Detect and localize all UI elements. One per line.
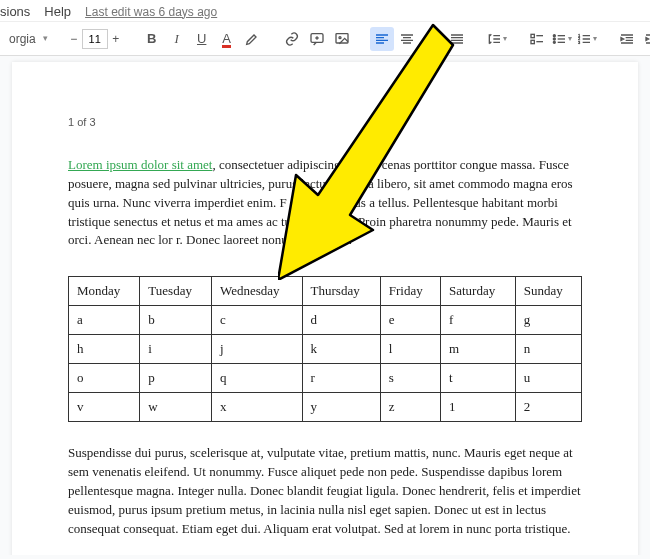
table-cell[interactable]: k xyxy=(302,335,380,364)
table-cell[interactable]: Sunday xyxy=(515,277,581,306)
bold-button[interactable]: B xyxy=(140,27,164,51)
paragraph-1[interactable]: Lorem ipsum dolor sit amet, consectetuer… xyxy=(68,156,582,250)
table-row[interactable]: abcdefg xyxy=(69,306,582,335)
table-cell[interactable]: q xyxy=(211,364,302,393)
align-justify-button[interactable] xyxy=(445,27,469,51)
svg-rect-3 xyxy=(531,34,534,37)
table-row[interactable]: opqrstu xyxy=(69,364,582,393)
font-size-value[interactable]: 11 xyxy=(82,29,108,49)
table-cell[interactable]: l xyxy=(380,335,440,364)
highlight-button[interactable] xyxy=(240,27,264,51)
table-cell[interactable]: d xyxy=(302,306,380,335)
table-cell[interactable]: r xyxy=(302,364,380,393)
table-cell[interactable]: u xyxy=(515,364,581,393)
table-cell[interactable]: e xyxy=(380,306,440,335)
table-cell[interactable]: i xyxy=(140,335,212,364)
table-cell[interactable]: 2 xyxy=(515,393,581,422)
svg-rect-4 xyxy=(531,40,534,43)
table-cell[interactable]: x xyxy=(211,393,302,422)
checklist-button[interactable] xyxy=(525,27,549,51)
table-cell[interactable]: Saturday xyxy=(440,277,515,306)
table-cell[interactable]: z xyxy=(380,393,440,422)
table-cell[interactable]: n xyxy=(515,335,581,364)
paragraph-3[interactable]: Proin nec augue. Quisque aliquam tempor … xyxy=(68,552,582,555)
toolbar: orgia − 11 + B I U A xyxy=(0,22,650,56)
font-size-control[interactable]: − 11 + xyxy=(63,29,127,49)
table-cell[interactable]: j xyxy=(211,335,302,364)
insert-image-button[interactable] xyxy=(330,27,354,51)
table-cell[interactable]: c xyxy=(211,306,302,335)
align-center-button[interactable] xyxy=(395,27,419,51)
table-cell[interactable]: Monday xyxy=(69,277,140,306)
font-family-select[interactable]: orgia xyxy=(5,30,50,48)
align-left-button[interactable] xyxy=(370,27,394,51)
table-cell[interactable]: y xyxy=(302,393,380,422)
increase-indent-button[interactable] xyxy=(640,27,650,51)
last-edit-link[interactable]: Last edit was 6 days ago xyxy=(85,5,217,19)
document-page[interactable]: 1 of 3 Lorem ipsum dolor sit amet, conse… xyxy=(12,62,638,555)
align-right-button[interactable] xyxy=(420,27,444,51)
table-row[interactable]: MondayTuesdayWednesdayThursdayFridaySatu… xyxy=(69,277,582,306)
line-spacing-button[interactable] xyxy=(485,27,509,51)
font-size-increase[interactable]: + xyxy=(108,29,124,49)
svg-point-7 xyxy=(554,41,556,43)
italic-button[interactable]: I xyxy=(165,27,189,51)
font-size-decrease[interactable]: − xyxy=(66,29,82,49)
table-cell[interactable]: Wednesday xyxy=(211,277,302,306)
text-color-button[interactable]: A xyxy=(215,27,239,51)
table-cell[interactable]: b xyxy=(140,306,212,335)
table-cell[interactable]: 1 xyxy=(440,393,515,422)
table-cell[interactable]: Tuesday xyxy=(140,277,212,306)
table-cell[interactable]: p xyxy=(140,364,212,393)
table-cell[interactable]: h xyxy=(69,335,140,364)
table-cell[interactable]: Friday xyxy=(380,277,440,306)
page-indicator: 1 of 3 xyxy=(68,116,582,128)
document-table[interactable]: MondayTuesdayWednesdayThursdayFridaySatu… xyxy=(68,276,582,422)
table-cell[interactable]: t xyxy=(440,364,515,393)
decrease-indent-button[interactable] xyxy=(615,27,639,51)
svg-point-2 xyxy=(339,36,341,38)
document-canvas[interactable]: 1 of 3 Lorem ipsum dolor sit amet, conse… xyxy=(0,56,650,555)
underline-button[interactable]: U xyxy=(190,27,214,51)
svg-point-5 xyxy=(554,34,556,36)
table-cell[interactable]: g xyxy=(515,306,581,335)
menubar: sions Help Last edit was 6 days ago xyxy=(0,0,650,22)
table-row[interactable]: vwxyz12 xyxy=(69,393,582,422)
table-cell[interactable]: a xyxy=(69,306,140,335)
hyperlink-text[interactable]: Lorem ipsum dolor sit amet xyxy=(68,157,212,172)
table-row[interactable]: hijklmn xyxy=(69,335,582,364)
table-cell[interactable]: w xyxy=(140,393,212,422)
bulleted-list-button[interactable] xyxy=(550,27,574,51)
table-cell[interactable]: v xyxy=(69,393,140,422)
svg-point-6 xyxy=(554,38,556,40)
table-cell[interactable]: s xyxy=(380,364,440,393)
table-cell[interactable]: m xyxy=(440,335,515,364)
insert-link-button[interactable] xyxy=(280,27,304,51)
menu-help[interactable]: Help xyxy=(44,4,71,19)
table-cell[interactable]: f xyxy=(440,306,515,335)
paragraph-2[interactable]: Suspendisse dui purus, scelerisque at, v… xyxy=(68,444,582,538)
table-cell[interactable]: Thursday xyxy=(302,277,380,306)
svg-text:3: 3 xyxy=(578,39,581,44)
table-cell[interactable]: o xyxy=(69,364,140,393)
menu-extensions[interactable]: sions xyxy=(0,4,30,19)
numbered-list-button[interactable]: 123 xyxy=(575,27,599,51)
add-comment-button[interactable] xyxy=(305,27,329,51)
